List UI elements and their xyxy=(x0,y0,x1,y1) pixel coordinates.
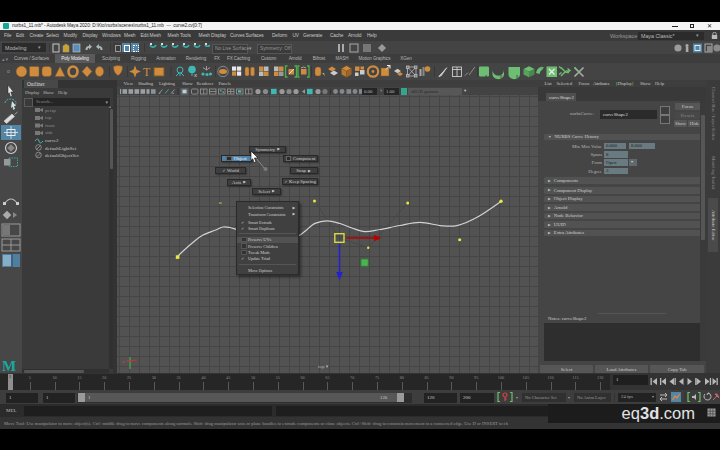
svg-text:x: x xyxy=(122,359,125,364)
svg-text:T: T xyxy=(143,65,151,79)
svg-text:u: u xyxy=(219,200,222,205)
svg-text:x: x xyxy=(194,72,197,78)
